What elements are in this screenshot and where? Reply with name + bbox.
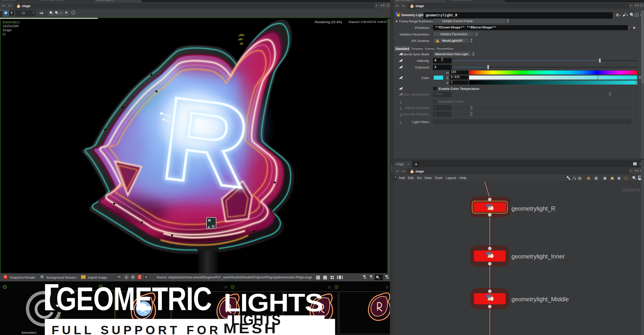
svg-text:U: U	[212, 224, 215, 228]
svg-text:R: R	[208, 218, 211, 222]
svg-text:R: R	[155, 71, 256, 212]
svg-text:★: ★	[208, 225, 210, 229]
